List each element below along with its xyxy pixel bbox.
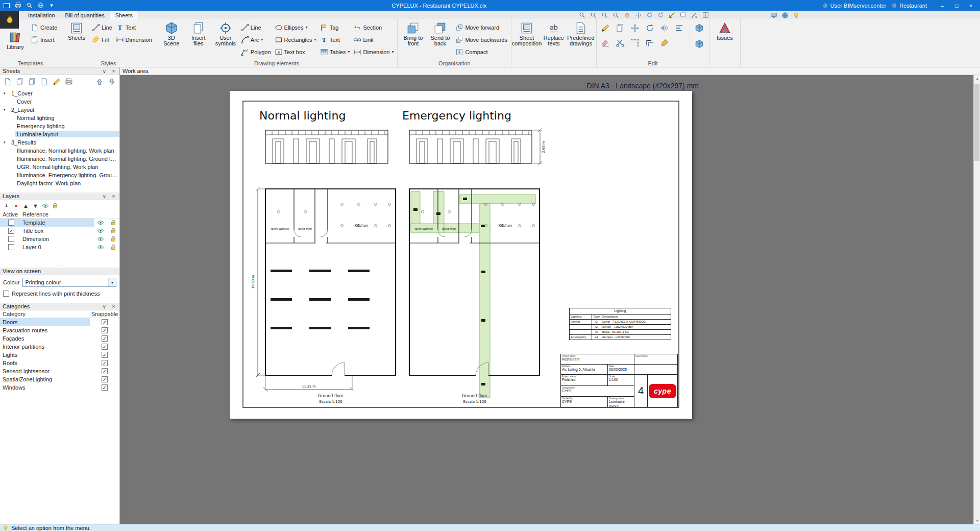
text-style-button[interactable]: Text (115, 22, 153, 32)
sheet-tree-item[interactable]: UGR. Normal lighting. Work plan (0, 163, 119, 171)
panel-splitter[interactable]: ··· (0, 263, 119, 268)
print-icon[interactable] (13, 2, 22, 10)
dimension-style-button[interactable]: Dimension (115, 35, 153, 44)
ribbon-tab[interactable]: Sheets (110, 11, 138, 19)
duplicate-sheet-button[interactable] (27, 77, 38, 87)
snappable-checkbox[interactable] (102, 319, 108, 325)
layout-icon[interactable] (700, 11, 710, 19)
copy-button[interactable] (614, 22, 626, 34)
edit-sheet-button[interactable] (51, 77, 62, 87)
delete-layer-button[interactable]: × (12, 202, 20, 209)
snap-button[interactable] (629, 37, 641, 49)
layer-visibility-icon[interactable] (97, 219, 104, 226)
predefined-drawings-button[interactable]: Predefined drawings (568, 20, 594, 46)
layer-visibility-icon[interactable] (97, 235, 104, 243)
view-cube-button[interactable] (693, 22, 705, 34)
insert-template-button[interactable]: Insert (30, 35, 58, 44)
create-template-button[interactable]: Create (30, 22, 58, 32)
snappable-checkbox[interactable] (102, 376, 108, 382)
move-layer-up-button[interactable]: ▲ (22, 202, 30, 209)
layer-visibility-icon[interactable] (97, 244, 104, 251)
section-button[interactable]: Section (352, 22, 395, 32)
ribbon-tab[interactable]: Bill of quantities (60, 11, 110, 19)
close-sheets-button[interactable]: × (110, 68, 117, 74)
3d-scene-button[interactable]: 3D Scene (159, 20, 184, 46)
sheet-tree-item[interactable]: Normal lighting (0, 114, 119, 122)
category-row[interactable]: SpatialZoneLighting (0, 375, 119, 383)
layer-row[interactable]: Title box (0, 227, 119, 235)
previous-view-icon[interactable] (644, 11, 654, 19)
sheet-tree-item[interactable]: Illuminance. Normal lighting. Work plan (0, 147, 119, 155)
category-row[interactable]: Lights (0, 351, 119, 359)
bimserver-project[interactable]: Restaurant (891, 3, 927, 9)
snappable-checkbox[interactable] (102, 384, 108, 391)
ellipses-button[interactable]: Ellipses▾ (274, 22, 317, 32)
rectangles-button[interactable]: Rectangles▾ (274, 35, 317, 44)
redraw-icon[interactable] (655, 11, 666, 19)
snappable-checkbox[interactable] (102, 344, 108, 350)
sheet-tree-item[interactable]: 2_Layout (0, 106, 119, 114)
colour-select[interactable]: Printing colour ▾ (22, 278, 116, 287)
snappable-checkbox[interactable] (102, 368, 108, 374)
snappable-checkbox[interactable] (102, 360, 108, 366)
sheet-composition-button[interactable]: Sheet composition (514, 20, 540, 46)
vertical-scrollbar[interactable]: ▲ ▼ (973, 75, 980, 524)
tree-expander-icon[interactable] (4, 140, 8, 144)
world-icon[interactable] (36, 2, 45, 10)
tag-button[interactable]: Tag (319, 22, 351, 32)
layer-lock-icon[interactable] (110, 227, 117, 234)
sheet-tree-item[interactable]: 3_Results (0, 138, 119, 147)
tree-expander-icon[interactable] (4, 91, 8, 95)
layer-active-checkbox[interactable] (8, 228, 14, 234)
offset-button[interactable] (644, 37, 656, 49)
move-button[interactable] (629, 22, 641, 34)
close-button[interactable]: × (964, 0, 978, 11)
measure-icon[interactable] (667, 11, 677, 19)
issues-button[interactable]: Issues (712, 20, 738, 41)
move-layer-down-button[interactable]: ▼ (32, 202, 39, 209)
add-layer-button[interactable]: + (3, 202, 10, 209)
close-layers-button[interactable]: × (110, 194, 117, 199)
sheet-tree-item[interactable]: Luminaire layout (0, 130, 119, 138)
sheet-tree-item[interactable]: 1_Cover (0, 89, 119, 98)
sheet-tree-item[interactable]: Cover (0, 98, 119, 106)
align-button[interactable] (673, 22, 685, 34)
category-row[interactable]: SensorLightsensor (0, 367, 119, 375)
category-row[interactable]: Windows (0, 383, 119, 392)
layer-active-checkbox[interactable] (8, 244, 14, 250)
close-categories-button[interactable]: × (110, 304, 117, 309)
compact-button[interactable]: Compact (454, 47, 508, 57)
add-sheet-button[interactable] (14, 77, 26, 87)
trim-button[interactable] (614, 37, 626, 49)
move-forward-button[interactable]: Move forward (454, 22, 508, 32)
zoom-window-icon[interactable] (588, 11, 598, 19)
move-sheet-up-button[interactable] (94, 77, 105, 87)
polygon-button[interactable]: Polygon (240, 47, 272, 57)
move-view-icon[interactable] (633, 11, 643, 19)
zoom-out-icon[interactable] (610, 11, 621, 19)
lock-all-layers-button[interactable] (51, 202, 59, 209)
layer-lock-icon[interactable] (110, 235, 117, 243)
cype-app-logo[interactable] (0, 11, 19, 29)
layer-active-checkbox[interactable] (8, 236, 14, 242)
sheet-tree-item[interactable]: Illuminance. Normal lighting. Ground lev… (0, 155, 119, 163)
orbit-cube-button[interactable] (693, 38, 705, 50)
arc-button[interactable]: Arc▾ (240, 35, 272, 44)
sheet-tree-item[interactable]: Daylight factor. Work plan (0, 179, 119, 187)
category-row[interactable]: Façades (0, 334, 119, 343)
delete-sheet-button[interactable] (39, 77, 50, 87)
move-backwards-button[interactable]: Move backwards (454, 35, 508, 44)
collapse-layers-button[interactable]: ∨ (101, 194, 108, 199)
snappable-checkbox[interactable] (102, 335, 108, 342)
layer-row[interactable]: Template (0, 219, 119, 227)
dimension-button[interactable]: Dimension▾ (352, 47, 395, 57)
erase-button[interactable] (599, 37, 611, 49)
scroll-down-arrow[interactable]: ▼ (974, 517, 980, 524)
app-window-icon[interactable] (2, 2, 11, 10)
layer-visibility-icon[interactable] (97, 227, 104, 234)
monitor-icon[interactable] (769, 11, 779, 19)
insert-files-button[interactable]: Insert files (186, 20, 211, 46)
library-button[interactable]: Library (3, 29, 28, 50)
sheets-style-button[interactable]: Sheets (64, 20, 89, 41)
show-all-layers-button[interactable] (41, 202, 49, 209)
